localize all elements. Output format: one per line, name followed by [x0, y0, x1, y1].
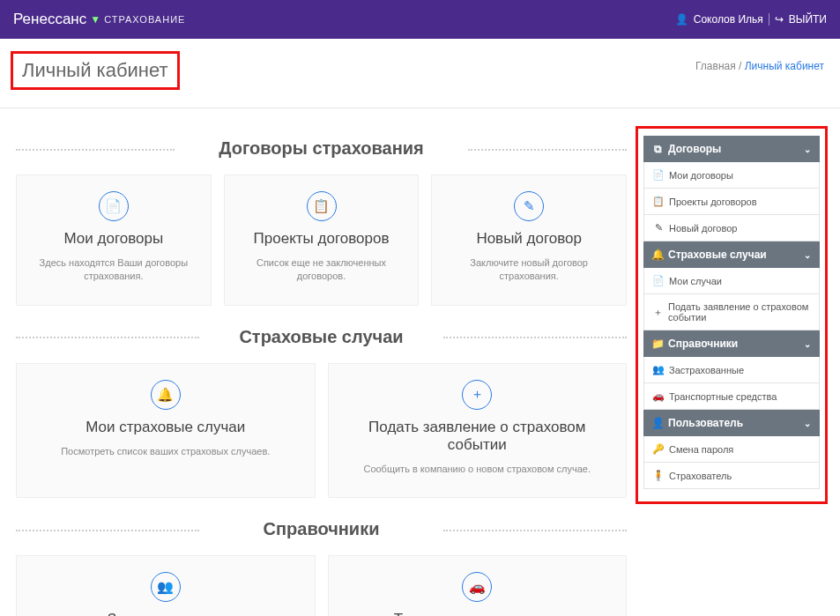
logout-link[interactable]: ВЫЙТИ [789, 13, 827, 26]
section-title-contracts: Договоры страхования [16, 138, 627, 159]
brand-triangle-icon: ▼ [90, 13, 100, 26]
nav-my-contracts[interactable]: 📄 Мои договоры [643, 162, 820, 189]
page-header: Личный кабинет Главная / Личный кабинет [0, 39, 840, 108]
card-title: Транспортные средства [339, 611, 616, 616]
card-title: Проекты договоров [235, 230, 408, 248]
nav-group-label: Страховые случаи [668, 249, 767, 261]
bell-icon: 🔔 [151, 380, 181, 410]
main-area: Договоры страхования 📄 Мои договоры Здес… [0, 117, 636, 616]
document-icon: 📄 [99, 191, 129, 221]
nav-group-contracts[interactable]: ⧉ Договоры ⌄ [643, 136, 820, 162]
card-my-contracts[interactable]: 📄 Мои договоры Здесь находятся Ваши дого… [16, 174, 212, 306]
nav-policyholder[interactable]: 🧍 Страхователь [643, 463, 820, 489]
chevron-down-icon: ⌄ [804, 250, 811, 260]
chevron-down-icon: ⌄ [804, 419, 811, 428]
nav-label: Мои случаи [669, 276, 722, 286]
section-title-refs: Справочники [16, 519, 627, 539]
chevron-down-icon: ⌄ [804, 145, 811, 154]
card-title: Мои договоры [27, 230, 200, 248]
car-icon: 🚗 [653, 390, 664, 402]
nav-group-label: Справочники [668, 338, 738, 350]
breadcrumb-current[interactable]: Личный кабинет [745, 60, 824, 72]
nav-vehicles[interactable]: 🚗 Транспортные средства [643, 383, 820, 410]
file-icon: 📄 [653, 275, 664, 286]
refs-cards: 👥 Застрахованные Данные застрахованных, … [16, 555, 627, 616]
nav-label: Транспортные средства [669, 391, 777, 402]
top-right: 👤 Соколов Илья ↪ ВЫЙТИ [675, 13, 827, 26]
breadcrumb-home[interactable]: Главная [695, 60, 736, 72]
edit-icon: ✎ [653, 222, 664, 234]
user-name-link[interactable]: Соколов Илья [694, 13, 763, 26]
card-draft-contracts[interactable]: 📋 Проекты договоров Список еще не заключ… [224, 174, 420, 306]
file-icon: 📄 [653, 169, 664, 181]
person-icon: 🧍 [653, 470, 664, 481]
nav-my-cases[interactable]: 📄 Мои случаи [643, 268, 820, 294]
breadcrumb: Главная / Личный кабинет [695, 51, 824, 72]
brand-sub: СТРАХОВАНИЕ [104, 14, 185, 25]
card-desc: Посмотреть список ваших страховых случае… [27, 445, 304, 458]
nav-group-label: Договоры [668, 143, 721, 155]
folder-icon: 📁 [652, 338, 663, 350]
sidebar: ⧉ Договоры ⌄ 📄 Мои договоры 📋 Проекты до… [636, 117, 840, 616]
card-desc: Здесь находятся Ваши договоры страховани… [27, 256, 200, 284]
doc-draft-icon: 📋 [307, 191, 337, 221]
nav-label: Страхователь [669, 471, 732, 481]
breadcrumb-sep: / [739, 60, 745, 72]
nav-label: Проекты договоров [669, 197, 757, 207]
card-title: Застрахованные [27, 611, 304, 616]
page-title: Личный кабинет [22, 59, 168, 82]
section-title-cases: Страховые случаи [16, 327, 627, 347]
card-title: Мои страховые случаи [27, 419, 304, 436]
contracts-cards: 📄 Мои договоры Здесь находятся Ваши дого… [16, 174, 627, 306]
card-desc: Заключите новый договор страхования. [442, 256, 615, 284]
nav-label: Застрахованные [669, 365, 744, 375]
chevron-down-icon: ⌄ [804, 339, 811, 349]
nav-draft-contracts[interactable]: 📋 Проекты договоров [643, 189, 820, 215]
nav-label: Подать заявление о страховом событии [668, 301, 810, 323]
user-icon: 👤 [675, 13, 688, 26]
card-desc: Сообщить в компанию о новом страховом сл… [339, 463, 616, 476]
sidebar-highlight: ⧉ Договоры ⌄ 📄 Мои договоры 📋 Проекты до… [636, 126, 828, 504]
card-my-cases[interactable]: 🔔 Мои страховые случаи Посмотреть список… [16, 363, 316, 498]
car-icon: 🚗 [462, 572, 492, 602]
brand[interactable]: Ренессанс ▼ СТРАХОВАНИЕ [13, 11, 185, 28]
key-icon: 🔑 [653, 443, 664, 455]
card-insured[interactable]: 👥 Застрахованные Данные застрахованных, … [16, 555, 316, 616]
plus-icon: ＋ [653, 306, 663, 319]
logout-icon: ↪ [775, 13, 784, 26]
nav-group-label: Пользователь [668, 417, 743, 429]
cases-cards: 🔔 Мои страховые случаи Посмотреть список… [16, 363, 627, 498]
users-icon: 👥 [653, 364, 664, 375]
card-title: Подать заявление о страховом событии [339, 419, 616, 454]
users-icon: 👥 [151, 572, 181, 602]
nav-group-refs[interactable]: 📁 Справочники ⌄ [643, 330, 820, 357]
user-icon: 👤 [652, 417, 663, 429]
nav-file-claim[interactable]: ＋ Подать заявление о страховом событии [643, 294, 820, 330]
nav-insured[interactable]: 👥 Застрахованные [643, 357, 820, 383]
topbar: Ренессанс ▼ СТРАХОВАНИЕ 👤 Соколов Илья ↪… [0, 0, 840, 39]
nav-group-cases[interactable]: 🔔 Страховые случаи ⌄ [643, 241, 820, 268]
edit-icon: ✎ [514, 191, 544, 221]
card-desc: Список еще не заключенных договоров. [235, 256, 408, 284]
card-file-claim[interactable]: ＋ Подать заявление о страховом событии С… [328, 363, 628, 498]
card-vehicles[interactable]: 🚗 Транспортные средства Данные транспорт… [328, 555, 628, 616]
content: Договоры страхования 📄 Мои договоры Здес… [0, 108, 840, 616]
card-title: Новый договор [442, 230, 615, 248]
nav-label: Новый договор [669, 223, 737, 234]
nav-change-password[interactable]: 🔑 Смена пароля [643, 436, 820, 463]
nav-new-contract[interactable]: ✎ Новый договор [643, 215, 820, 241]
copy-icon: ⧉ [652, 143, 663, 155]
plus-icon: ＋ [462, 380, 492, 410]
divider [769, 13, 769, 26]
page-title-highlight: Личный кабинет [11, 51, 180, 90]
nav-label: Смена пароля [669, 444, 733, 455]
bell-icon: 🔔 [652, 249, 663, 261]
nav-label: Мои договоры [669, 170, 733, 181]
card-new-contract[interactable]: ✎ Новый договор Заключите новый договор … [431, 174, 627, 306]
nav-group-user[interactable]: 👤 Пользователь ⌄ [643, 410, 820, 436]
brand-main: Ренессанс [13, 11, 86, 28]
file-draft-icon: 📋 [653, 196, 664, 207]
